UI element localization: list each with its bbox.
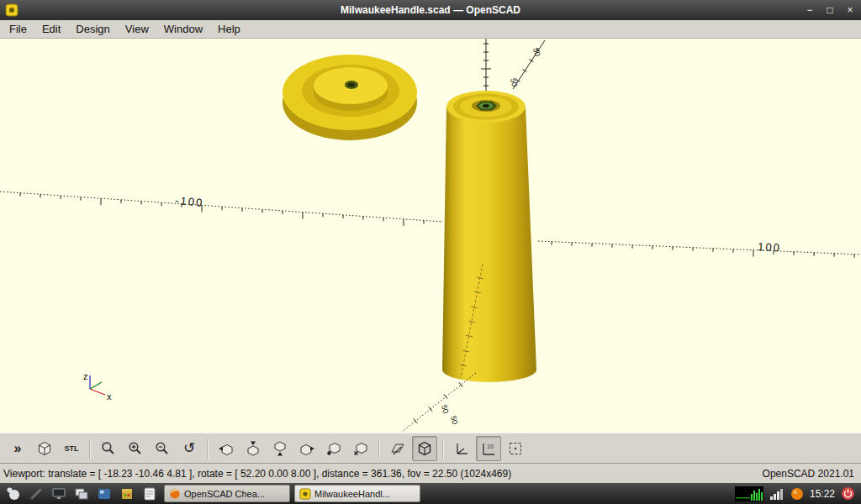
package-icon (119, 486, 135, 502)
show-edges-button[interactable] (412, 436, 437, 461)
toolbar-separator (378, 438, 380, 459)
package-manager-button[interactable] (116, 484, 137, 503)
x-axis-negative: -100 (0, 192, 443, 226)
menu-design[interactable]: Design (68, 21, 117, 37)
3d-viewport[interactable]: -100 100 50 50 (0, 39, 861, 433)
y-scale-label-1: 50 (440, 404, 450, 414)
window-controls: − □ × (804, 0, 856, 20)
file-manager-button[interactable] (71, 484, 92, 503)
wire-cube-icon (416, 440, 433, 457)
view-bottom-icon (272, 440, 288, 457)
axis-indicator-x-label: x (107, 391, 112, 402)
view-back-button[interactable] (348, 436, 373, 461)
menu-window[interactable]: Window (156, 21, 210, 37)
y-scale-label-2: 50 (449, 415, 459, 425)
axis-indicator-z-label: z (83, 371, 88, 381)
stl-export-icon: STL (65, 444, 79, 453)
model-cap-disc (283, 55, 417, 140)
openscad-app-icon (5, 3, 18, 17)
axes-icon (453, 440, 470, 457)
knife-icon (28, 486, 45, 502)
text-editor-button[interactable] (139, 484, 160, 503)
zoom-all-icon (100, 440, 117, 457)
monitor-icon (50, 486, 67, 502)
view-top-button[interactable] (240, 436, 266, 461)
export-stl-button[interactable]: STL (59, 436, 84, 461)
app-menu-icon (5, 486, 22, 502)
toolbar-separator (89, 438, 91, 459)
view-toolbar: » STL ↺ (0, 433, 861, 463)
workspace-switcher-button[interactable] (93, 484, 114, 503)
firefox-icon (169, 488, 181, 500)
view-right-button[interactable] (214, 436, 239, 461)
view-left-button[interactable] (294, 436, 320, 461)
zoom-in-button[interactable] (123, 436, 148, 461)
x-axis-positive: 100 (538, 240, 861, 258)
menu-help[interactable]: Help (210, 21, 248, 37)
surface-icon (389, 440, 406, 457)
scale-markers-icon: 10 (480, 440, 497, 457)
model-handle-cylinder (442, 91, 536, 382)
openscad-icon (299, 488, 311, 500)
window-title: MilwaukeeHandle.scad — OpenSCAD (0, 4, 861, 16)
workspace-icon (96, 486, 113, 502)
jump-to-editor-button[interactable]: » (5, 436, 30, 461)
display-settings-button[interactable] (48, 484, 69, 503)
close-button[interactable]: × (844, 0, 856, 20)
menu-file[interactable]: File (2, 21, 34, 37)
crosshairs-icon (507, 440, 524, 457)
view-all-button[interactable] (32, 436, 57, 461)
reset-view-button[interactable]: ↺ (177, 436, 202, 461)
x-axis-label-negative: -100 (175, 194, 204, 209)
taskbar-window-label: OpenSCAD Chea... (184, 489, 265, 499)
show-axes-button[interactable] (449, 436, 474, 461)
minimize-button[interactable]: − (804, 0, 816, 20)
viewport-status-text: Viewport: translate = [ -18.23 -10.46 4.… (3, 468, 511, 480)
menu-bar: File Edit Design View Window Help (0, 20, 861, 39)
applications-menu-button[interactable] (3, 484, 24, 503)
menu-edit[interactable]: Edit (34, 21, 68, 37)
toolbar-separator (442, 438, 444, 459)
scale-ten-label: 10 (487, 444, 494, 449)
x-axis-label-positive: 100 (758, 240, 781, 254)
toolbar-separator (207, 438, 209, 459)
axis-indicator: z x (83, 371, 112, 402)
cube-icon (36, 440, 53, 457)
zoom-all-button[interactable] (96, 436, 121, 461)
view-right-icon (218, 440, 235, 457)
show-surfaces-button[interactable] (385, 436, 410, 461)
power-button-icon[interactable] (841, 486, 855, 501)
z-scale-label-2: 50 (509, 77, 519, 87)
maximize-button[interactable]: □ (824, 0, 836, 20)
y-axis-front: 50 50 (402, 373, 476, 432)
network-signal-icon[interactable] (769, 487, 784, 501)
zoom-out-button[interactable] (150, 436, 175, 461)
screenshot-tool-button[interactable] (25, 484, 46, 503)
taskbar-window-milwaukeehandle[interactable]: MilwaukeeHandl... (294, 485, 420, 502)
view-bottom-button[interactable] (267, 436, 293, 461)
document-icon (141, 486, 158, 502)
taskbar-window-label: MilwaukeeHandl... (314, 489, 390, 499)
view-front-button[interactable] (321, 436, 346, 461)
desktop-taskbar: OpenSCAD Chea... MilwaukeeHandl... 15:22 (0, 483, 861, 504)
view-left-icon (298, 440, 315, 457)
show-crosshairs-button[interactable] (503, 436, 528, 461)
system-tray: 15:22 (735, 486, 858, 501)
taskbar-window-openscad-cheatsheet[interactable]: OpenSCAD Chea... (164, 485, 290, 502)
cpu-graph-widget[interactable] (735, 486, 763, 501)
clock[interactable]: 15:22 (810, 488, 835, 500)
title-bar: MilwaukeeHandle.scad — OpenSCAD − □ × (0, 0, 861, 20)
view-front-icon (325, 440, 342, 457)
zoom-out-icon (154, 440, 171, 457)
show-scale-markers-button[interactable]: 10 (476, 436, 501, 461)
version-text: OpenSCAD 2021.01 (763, 468, 854, 480)
view-top-icon (245, 440, 261, 457)
view-back-icon (352, 440, 369, 457)
3d-scene: -100 100 50 50 (0, 39, 861, 433)
updates-tray-icon[interactable] (790, 487, 804, 501)
reset-rotate-icon: ↺ (183, 441, 195, 455)
status-bar: Viewport: translate = [ -18.23 -10.46 4.… (0, 463, 861, 483)
zoom-in-icon (127, 440, 144, 457)
menu-view[interactable]: View (118, 21, 156, 37)
windows-icon (73, 486, 90, 502)
